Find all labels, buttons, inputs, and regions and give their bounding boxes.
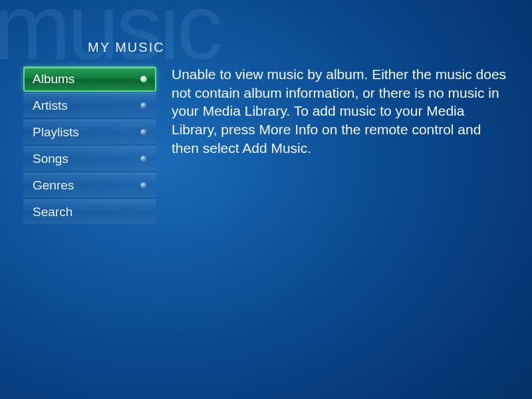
sidebar-item-genres[interactable]: Genres [23, 173, 156, 198]
sidebar-item-label: Artists [33, 98, 68, 113]
sidebar-item-albums[interactable]: Albums [23, 66, 156, 92]
sidebar-item-label: Search [33, 205, 72, 219]
radio-dot-icon [140, 129, 147, 136]
sidebar-item-artists[interactable]: Artists [23, 93, 156, 118]
empty-state-message: Unable to view music by album. Either th… [172, 65, 512, 158]
sidebar-item-songs[interactable]: Songs [23, 146, 156, 172]
sidebar-item-label: Playlists [33, 125, 79, 140]
page-title: MY MUSIC [88, 40, 165, 55]
sidebar-item-label: Genres [33, 178, 74, 193]
sidebar-item-search[interactable]: Search [23, 200, 156, 225]
radio-dot-icon [140, 76, 147, 82]
radio-dot-icon [140, 182, 147, 189]
sidebar-item-label: Albums [33, 72, 74, 86]
radio-dot-icon [140, 102, 147, 109]
sidebar-item-playlists[interactable]: Playlists [23, 120, 156, 145]
sidebar: AlbumsArtistsPlaylistsSongsGenresSearch [23, 66, 156, 226]
sidebar-item-label: Songs [33, 152, 68, 166]
radio-dot-icon [140, 156, 147, 162]
